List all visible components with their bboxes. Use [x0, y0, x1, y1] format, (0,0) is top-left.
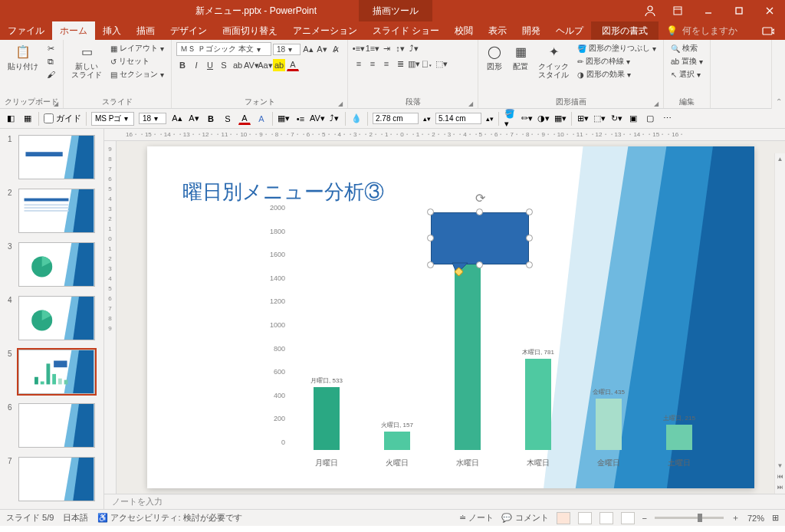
- reset-button[interactable]: ↺リセット: [108, 55, 166, 67]
- ribbon-display-options[interactable]: [662, 0, 693, 21]
- justify[interactable]: ≣: [394, 57, 406, 70]
- shape-fill[interactable]: 🪣図形の塗りつぶし▾: [575, 42, 659, 54]
- font-size-combo[interactable]: 18▾: [273, 44, 301, 55]
- qat-layout[interactable]: ▦▾: [278, 113, 290, 125]
- dialog-launcher-icon[interactable]: ◢: [338, 100, 343, 107]
- align-center[interactable]: ≡: [366, 57, 379, 70]
- collapse-ribbon[interactable]: ⌃: [771, 40, 785, 109]
- dialog-launcher-icon[interactable]: ◢: [54, 100, 58, 107]
- tab-shape-format[interactable]: 図形の書式: [591, 21, 659, 40]
- slide-thumbnail-2[interactable]: 2: [0, 187, 103, 241]
- tell-me-search[interactable]: 💡 何をしますか: [666, 21, 737, 40]
- qat-fontcolor[interactable]: A: [238, 113, 251, 125]
- qat-group[interactable]: ⬚▾: [593, 113, 606, 125]
- line-spacing[interactable]: ↕▾: [394, 42, 406, 54]
- bold-button[interactable]: B: [176, 59, 189, 71]
- qat-shrink[interactable]: A▾: [188, 113, 200, 125]
- shape-effects[interactable]: ◑図形の効果▾: [575, 68, 659, 80]
- tab-draw[interactable]: 描画: [129, 21, 163, 40]
- slide-thumbnail-5[interactable]: 5: [0, 348, 103, 402]
- quick-styles[interactable]: ✦クイック スタイル: [535, 42, 572, 80]
- tab-slideshow[interactable]: スライド ショー: [365, 21, 447, 40]
- align-left[interactable]: ≡: [353, 57, 365, 70]
- strike-button[interactable]: S: [218, 59, 230, 71]
- new-slide-button[interactable]: ▭ 新しい スライド: [68, 42, 105, 80]
- italic-button[interactable]: I: [190, 59, 202, 71]
- text-direction[interactable]: ⤴▾: [408, 42, 420, 54]
- list-level[interactable]: ⇥: [380, 42, 392, 54]
- dialog-launcher-icon[interactable]: ◢: [654, 100, 659, 107]
- qat-font-size[interactable]: 18▾: [139, 113, 166, 124]
- accessibility-status[interactable]: ♿ アクセシビリティ: 検討が必要です: [97, 512, 241, 524]
- section-button[interactable]: ▤セクション▾: [108, 68, 166, 80]
- slide-thumbnails[interactable]: 12345678: [0, 129, 104, 509]
- slide-thumbnail-4[interactable]: 4: [0, 294, 103, 348]
- tab-home[interactable]: ホーム: [52, 21, 95, 40]
- cut-button[interactable]: ✂: [44, 42, 57, 54]
- qat-btn1[interactable]: ◧: [5, 113, 17, 125]
- slide-title[interactable]: 曜日別メニュー分析③: [182, 179, 384, 205]
- qat-back[interactable]: ▢: [644, 113, 656, 125]
- zoom-in[interactable]: ＋: [731, 512, 740, 524]
- change-case[interactable]: Aa▾: [259, 59, 271, 71]
- maximize-button[interactable]: [724, 0, 754, 21]
- tab-file[interactable]: ファイル: [0, 21, 52, 40]
- share-button[interactable]: [751, 21, 785, 40]
- columns[interactable]: ▥▾: [408, 57, 420, 70]
- tab-review[interactable]: 校閲: [447, 21, 481, 40]
- bullets[interactable]: •≡▾: [353, 42, 365, 54]
- notes-toggle[interactable]: ≐ ノート: [459, 512, 494, 524]
- qat-spacing[interactable]: AV▾: [311, 113, 324, 125]
- slide-thumbnail-3[interactable]: 3: [0, 241, 103, 294]
- shape-width[interactable]: 5.14 cm: [435, 113, 481, 124]
- tab-help[interactable]: ヘルプ: [548, 21, 591, 40]
- qat-bullets[interactable]: •≡: [294, 113, 307, 125]
- minimize-button[interactable]: [693, 0, 724, 21]
- guide-checkbox[interactable]: ガイド: [44, 113, 81, 124]
- arrange-button[interactable]: ▦配置: [509, 42, 532, 72]
- smartart[interactable]: ⬚▾: [435, 57, 448, 70]
- sorter-view[interactable]: [578, 512, 592, 524]
- select-button[interactable]: ↖選択▾: [668, 68, 705, 80]
- slide-stage[interactable]: 曜日別メニュー分析③ 02004006008001000120014001600…: [117, 141, 785, 494]
- qat-arrange[interactable]: ▦▾: [554, 113, 567, 125]
- close-button[interactable]: [754, 0, 785, 21]
- qat-eyedrop[interactable]: 💧: [350, 113, 363, 125]
- fit-window[interactable]: ⊞: [772, 513, 779, 523]
- qat-front[interactable]: ▣: [627, 113, 639, 125]
- align-text[interactable]: ⎕▾: [422, 57, 434, 70]
- qat-outline[interactable]: ✏▾: [521, 113, 533, 125]
- qat-align[interactable]: ⊞▾: [576, 113, 589, 125]
- dialog-launcher-icon[interactable]: ◢: [468, 100, 473, 107]
- tab-transitions[interactable]: 画面切り替え: [215, 21, 285, 40]
- char-spacing[interactable]: AV▾: [245, 59, 258, 71]
- clear-format[interactable]: A̷: [330, 43, 342, 55]
- font-name-combo[interactable]: ＭＳ Ｐゴシック 本文▾: [176, 42, 271, 56]
- slide-canvas[interactable]: 曜日別メニュー分析③ 02004006008001000120014001600…: [147, 146, 754, 488]
- slide-thumbnail-7[interactable]: 7: [0, 455, 103, 509]
- account-icon[interactable]: [638, 0, 662, 21]
- language-status[interactable]: 日本語: [63, 512, 88, 524]
- tab-view[interactable]: 表示: [481, 21, 514, 40]
- zoom-out[interactable]: −: [642, 514, 647, 523]
- qat-fill[interactable]: 🪣▾: [504, 113, 516, 125]
- qat-btn2[interactable]: ▦: [21, 113, 34, 125]
- qat-grow[interactable]: A▴: [171, 113, 183, 125]
- qat-wordart[interactable]: A: [255, 113, 268, 125]
- shadow-button[interactable]: ab: [232, 59, 244, 71]
- qat-font-name[interactable]: MS Pゴ▾: [91, 112, 134, 126]
- qat-bold[interactable]: B: [205, 113, 217, 125]
- tab-developer[interactable]: 開発: [514, 21, 548, 40]
- normal-view[interactable]: [557, 512, 570, 524]
- paste-button[interactable]: 📋 貼り付け: [5, 42, 41, 72]
- zoom-level[interactable]: 72%: [747, 514, 764, 523]
- notes-pane[interactable]: ノートを入力: [104, 494, 785, 509]
- decrease-font[interactable]: A▾: [316, 43, 328, 55]
- qat-strike[interactable]: S: [222, 113, 234, 125]
- find-button[interactable]: 🔍検索: [668, 42, 705, 54]
- tab-insert[interactable]: 挿入: [95, 21, 129, 40]
- increase-font[interactable]: A▴: [302, 43, 314, 55]
- qat-more[interactable]: ⋯: [661, 113, 673, 125]
- reading-view[interactable]: [599, 512, 613, 524]
- copy-button[interactable]: ⧉: [44, 55, 57, 67]
